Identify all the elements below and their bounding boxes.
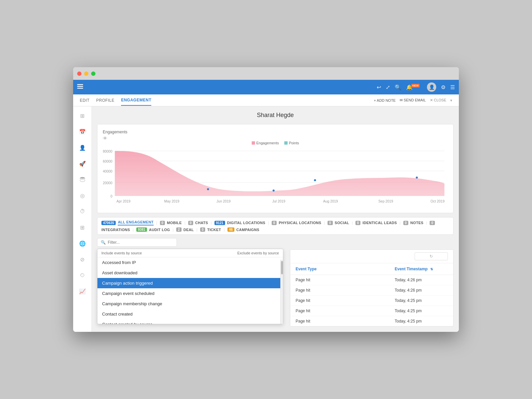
- avatar[interactable]: 👤: [427, 82, 436, 92]
- event-type-1: Page hit: [296, 288, 395, 293]
- scrollbar[interactable]: [280, 260, 283, 324]
- minimize-button[interactable]: [84, 71, 88, 76]
- sidebar-icon-history[interactable]: ⏲: [77, 270, 88, 281]
- filter-input[interactable]: [108, 240, 173, 245]
- app-window: ↩ ⤢ 🔍 🔔 NEW 👤 ⚙ ☰ EDIT PROFILE ENGAGEMEN…: [73, 67, 459, 332]
- sub-header: EDIT PROFILE ENGAGEMENT + ADD NOTE ✉ SEN…: [73, 94, 459, 106]
- tab-mobile[interactable]: MOBILE: [167, 221, 182, 225]
- tab-deal[interactable]: DEAL: [184, 228, 194, 232]
- tab-badge-mobile: 0: [160, 221, 165, 225]
- dropdown-arrow[interactable]: ▾: [450, 98, 452, 103]
- tab-badge-physical: 0: [272, 221, 277, 225]
- col-timestamp-label: Event Timestamp: [395, 267, 428, 271]
- tab-badge-digital: 9121: [214, 221, 225, 225]
- svg-point-3: [80, 177, 85, 179]
- sidebar-icon-integrations[interactable]: ⊞: [77, 222, 88, 233]
- dropdown-item-0[interactable]: Accessed from IP: [97, 257, 283, 268]
- sidebar-icon-campaigns[interactable]: 🚀: [77, 158, 88, 169]
- tab-ticket[interactable]: TICKET: [207, 228, 221, 232]
- page-title: Sharat Hegde: [97, 112, 454, 119]
- chart-svg-area: 80000 60000 40000 20000 0: [103, 148, 448, 207]
- filter-column: Include events by source Exclude events …: [97, 249, 287, 324]
- dropdown-item-2[interactable]: Campaign action triggered: [97, 278, 283, 288]
- scrollbar-thumb: [281, 261, 283, 274]
- chart-eye-icon[interactable]: 👁: [103, 136, 448, 141]
- dropdown-item-1[interactable]: Asset downloaded: [97, 268, 283, 278]
- sidebar-icon-reports[interactable]: 📈: [77, 286, 88, 297]
- send-email-button[interactable]: ✉ SEND EMAIL: [400, 98, 426, 102]
- dropdown-item-5[interactable]: Contact created: [97, 309, 283, 319]
- back-icon[interactable]: ↩: [377, 84, 381, 90]
- tab-integrations[interactable]: INTEGRATIONS: [101, 228, 130, 232]
- svg-point-24: [416, 177, 418, 179]
- search-icon[interactable]: 🔍: [395, 84, 401, 90]
- svg-rect-2: [77, 88, 83, 89]
- sidebar-icon-grid[interactable]: ⊞: [77, 110, 88, 121]
- svg-point-23: [314, 179, 316, 181]
- sidebar-icon-contacts[interactable]: 👤: [77, 142, 88, 153]
- svg-text:80000: 80000: [103, 150, 112, 153]
- sidebar-icon-target[interactable]: ◎: [77, 190, 88, 201]
- main-layout: ⊞ 📅 👤 🚀 ◎ ⏱ ⊞ 🌐 ⊘ ⏲ 📈 Sharat Hegde: [73, 106, 459, 332]
- tab-chats[interactable]: CHATS: [195, 221, 208, 225]
- dropdown-item-4[interactable]: Campaign membership change: [97, 299, 283, 309]
- sidebar-icon-no[interactable]: ⊘: [77, 254, 88, 265]
- expand-icon[interactable]: ⤢: [386, 84, 390, 90]
- title-bar: [73, 67, 459, 80]
- engagement-chart-card: Engagements 👁 Engagements Points: [97, 124, 454, 213]
- dropdown-header: Include events by source Exclude events …: [97, 249, 283, 257]
- maximize-button[interactable]: [91, 71, 95, 76]
- sidebar-icon-database[interactable]: [77, 174, 88, 185]
- close-button[interactable]: [77, 71, 81, 76]
- dropdown-item-6[interactable]: Contact created by source: [97, 319, 283, 324]
- table-row: Page hit Today, 4:25 pm: [290, 296, 453, 306]
- tab-profile[interactable]: PROFILE: [96, 95, 114, 105]
- tab-audit-log[interactable]: AUDIT LOG: [149, 228, 170, 232]
- dropdown-item-3[interactable]: Campaign event scheduled: [97, 288, 283, 299]
- tab-edit[interactable]: EDIT: [80, 95, 89, 105]
- tab-notes[interactable]: NOTES: [410, 221, 423, 225]
- tab-physical-locations[interactable]: PHYSICAL LOCATIONS: [279, 221, 321, 225]
- data-table: ↻ Event Type Event Timestamp ⇅ Page hit …: [290, 249, 454, 327]
- table-row: Page hit Today, 4:25 pm: [290, 316, 453, 326]
- tab-badge-chats: 0: [188, 221, 194, 225]
- settings-icon[interactable]: ⚙: [441, 84, 446, 90]
- svg-point-22: [273, 190, 275, 192]
- tab-badge-identical: 0: [355, 221, 361, 225]
- tab-engagement[interactable]: ENGAGEMENT: [121, 95, 151, 106]
- event-type-2: Page hit: [296, 298, 395, 303]
- svg-rect-1: [77, 86, 83, 87]
- close-button[interactable]: ✕ CLOSE: [430, 98, 446, 102]
- search-icon: 🔍: [101, 240, 106, 245]
- svg-text:Oct 2019: Oct 2019: [431, 200, 445, 203]
- event-type-4: Page hit: [296, 319, 395, 324]
- legend-engagements-label: Engagements: [256, 141, 279, 145]
- legend-points-label: Points: [289, 141, 299, 145]
- sidebar-icon-globe[interactable]: 🌐: [77, 238, 88, 249]
- filter-input-container[interactable]: 🔍: [97, 238, 177, 247]
- tab-social[interactable]: SOCIAL: [335, 221, 349, 225]
- tab-badge-ticket: 0: [200, 227, 205, 232]
- sort-icon[interactable]: ⇅: [430, 267, 433, 271]
- tab-identical-leads[interactable]: IDENTICAL LEADS: [362, 221, 397, 225]
- bottom-area: Include events by source Exclude events …: [97, 249, 454, 327]
- svg-text:0: 0: [110, 195, 112, 198]
- timestamp-1: Today, 4:26 pm: [395, 288, 448, 293]
- tab-all-engagement[interactable]: ALL ENGAGEMENT: [118, 220, 153, 225]
- tab-digital-locations[interactable]: DIGITAL LOCATIONS: [227, 221, 265, 225]
- legend-points: Points: [284, 141, 299, 145]
- hamburger-menu-icon[interactable]: ☰: [450, 84, 455, 90]
- filter-row: 🔍: [97, 238, 454, 247]
- tab-campaigns[interactable]: CAMPAIGNS: [236, 228, 259, 232]
- timestamp-4: Today, 4:25 pm: [395, 319, 448, 324]
- refresh-button[interactable]: ↻: [415, 252, 448, 260]
- sidebar-icon-clock[interactable]: ⏱: [77, 206, 88, 217]
- legend-engagements: Engagements: [252, 141, 279, 145]
- legend-engagements-dot: [252, 141, 255, 145]
- sidebar-icon-calendar[interactable]: 📅: [77, 126, 88, 137]
- legend-points-dot: [284, 141, 288, 145]
- svg-text:60000: 60000: [103, 160, 112, 163]
- col-timestamp[interactable]: Event Timestamp ⇅: [395, 267, 448, 271]
- menu-icon[interactable]: [77, 83, 83, 91]
- add-note-button[interactable]: + ADD NOTE: [374, 98, 396, 102]
